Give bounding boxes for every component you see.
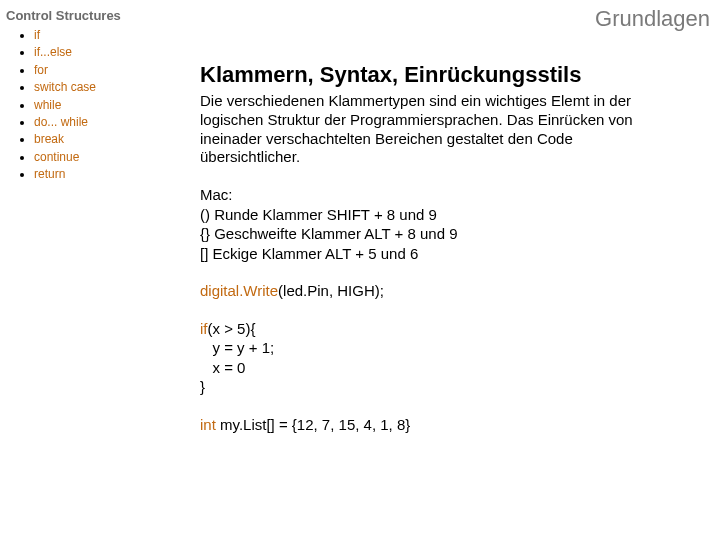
code-text: (led.Pin, HIGH); bbox=[278, 282, 384, 299]
shortcut-block: Mac: () Runde Klammer SHIFT + 8 und 9 {}… bbox=[200, 185, 670, 263]
sidebar-item-label: continue bbox=[34, 150, 79, 164]
code-text: } bbox=[200, 378, 205, 395]
page-title: Klammern, Syntax, Einrückungsstils bbox=[200, 62, 670, 88]
code-text: y = y + 1; bbox=[200, 339, 274, 356]
intro-paragraph: Die verschiedenen Klammertypen sind ein … bbox=[200, 92, 670, 167]
shortcut-line: {} Geschweifte Klammer ALT + 8 und 9 bbox=[200, 224, 670, 244]
sidebar-item-while: while bbox=[34, 97, 176, 114]
shortcut-heading: Mac: bbox=[200, 185, 670, 205]
sidebar-item-if: if bbox=[34, 27, 176, 44]
sidebar-title: Control Structures bbox=[6, 8, 176, 23]
sidebar-item-label: for bbox=[34, 63, 48, 77]
code-text: x = 0 bbox=[200, 359, 245, 376]
corner-label: Grundlagen bbox=[595, 6, 710, 32]
sidebar-item-label: while bbox=[34, 98, 61, 112]
sidebar-item-switch-case: switch case bbox=[34, 79, 176, 96]
sidebar-item-label: break bbox=[34, 132, 64, 146]
sidebar-item-continue: continue bbox=[34, 149, 176, 166]
sidebar-item-label: if bbox=[34, 28, 40, 42]
code-text: my.List[] = {12, 7, 15, 4, 1, 8} bbox=[216, 416, 410, 433]
code-keyword: int bbox=[200, 416, 216, 433]
code-keyword: digital.Write bbox=[200, 282, 278, 299]
code-keyword: if bbox=[200, 320, 208, 337]
sidebar-item-label: switch case bbox=[34, 80, 96, 94]
sidebar-list: if if...else for switch case while do...… bbox=[6, 27, 176, 184]
sidebar-item-label: return bbox=[34, 167, 65, 181]
sidebar-item-label: if...else bbox=[34, 45, 72, 59]
sidebar-item-if-else: if...else bbox=[34, 44, 176, 61]
code-text: (x > 5){ bbox=[208, 320, 256, 337]
sidebar-item-break: break bbox=[34, 131, 176, 148]
sidebar: Control Structures if if...else for swit… bbox=[6, 8, 176, 184]
sidebar-item-label: do... while bbox=[34, 115, 88, 129]
main-content: Klammern, Syntax, Einrückungsstils Die v… bbox=[200, 62, 670, 452]
code-example-digitalwrite: digital.Write(led.Pin, HIGH); bbox=[200, 281, 670, 301]
sidebar-item-for: for bbox=[34, 62, 176, 79]
shortcut-line: () Runde Klammer SHIFT + 8 und 9 bbox=[200, 205, 670, 225]
shortcut-line: [] Eckige Klammer ALT + 5 und 6 bbox=[200, 244, 670, 264]
code-example-if: if(x > 5){ y = y + 1; x = 0 } bbox=[200, 319, 670, 397]
sidebar-item-return: return bbox=[34, 166, 176, 183]
code-example-array: int my.List[] = {12, 7, 15, 4, 1, 8} bbox=[200, 415, 670, 435]
sidebar-item-do-while: do... while bbox=[34, 114, 176, 131]
slide: Grundlagen Control Structures if if...el… bbox=[0, 0, 720, 540]
